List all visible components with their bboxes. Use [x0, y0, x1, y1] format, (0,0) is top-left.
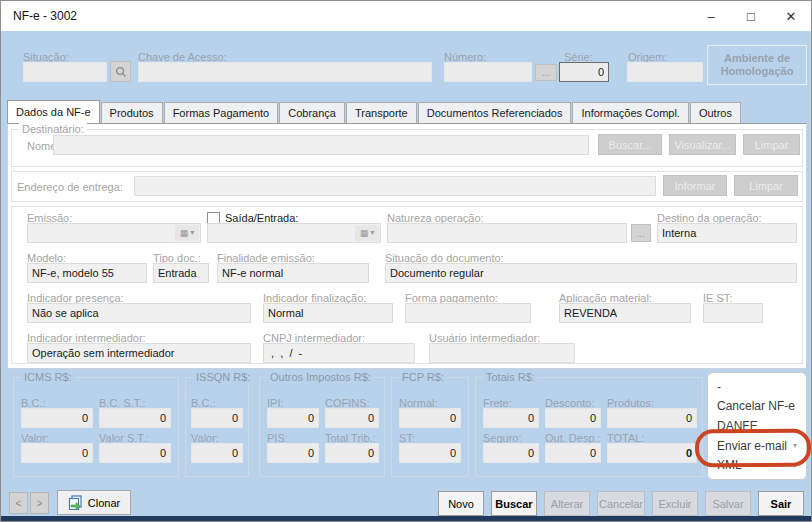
next-record-button[interactable]: >: [30, 492, 49, 514]
buscar-button[interactable]: Buscar: [491, 491, 537, 516]
limpar-endereco-button[interactable]: Limpar: [734, 175, 798, 196]
finalidade-emissao-field[interactable]: NF-e normal: [217, 263, 369, 283]
pis-field[interactable]: 0: [267, 443, 319, 463]
window-title: NF-e - 3002: [13, 1, 77, 31]
action-cancelar-nfe[interactable]: Cancelar NF-e: [708, 397, 806, 417]
clonar-label: Clonar: [88, 497, 120, 509]
clone-pages-icon: [68, 495, 83, 510]
minimize-button[interactable]: –: [691, 1, 731, 31]
destino-operacao-field[interactable]: Interna: [657, 223, 797, 243]
salvar-button[interactable]: Salvar: [705, 491, 751, 516]
natureza-browse-button[interactable]: ...: [631, 224, 651, 242]
chevron-down-icon: ▾: [793, 461, 797, 470]
tab-cobranca[interactable]: Cobrança: [279, 102, 345, 123]
action-danfe[interactable]: DANFE: [708, 416, 806, 436]
close-button[interactable]: ✕: [771, 1, 811, 31]
tab-transporte[interactable]: Transporte: [346, 102, 417, 123]
limpar-destinatario-button[interactable]: Limpar: [743, 134, 800, 155]
situacao-documento-field[interactable]: Documento regular: [385, 263, 797, 283]
icms-bc-field[interactable]: 0: [21, 408, 93, 428]
tab-formas-pagamento[interactable]: Formas Pagamento: [164, 102, 279, 123]
outros-impostos-group-label: Outros Impostos R$:: [267, 371, 374, 383]
fcp-st-field[interactable]: 0: [399, 443, 461, 463]
situacao-field[interactable]: [23, 62, 107, 82]
numero-field[interactable]: [444, 62, 532, 82]
action-enviar-email[interactable]: Enviar e-mail▾: [708, 436, 806, 456]
action-danfe-label: DANFE: [717, 419, 758, 433]
tab-produtos[interactable]: Produtos: [101, 102, 163, 123]
total-trib-field[interactable]: 0: [325, 443, 379, 463]
chevron-down-icon: ▾: [793, 441, 797, 450]
tab-dados-da-nfe[interactable]: Dados da NF-e: [7, 100, 100, 123]
nfe-window: NF-e - 3002 – □ ✕ Situação: Chave de Ace…: [0, 0, 812, 522]
ipi-field[interactable]: 0: [267, 408, 319, 428]
action-xml[interactable]: XML▾: [708, 455, 806, 475]
tabstrip: Dados da NF-e Produtos Formas Pagamento …: [7, 101, 742, 123]
titlebar: NF-e - 3002 – □ ✕: [1, 1, 811, 31]
bottom-accent-bar: [1, 516, 811, 521]
endereco-entrega-label: Endereço de entrega:: [17, 181, 123, 193]
indicador-presenca-field[interactable]: Não se aplica: [27, 303, 251, 323]
modelo-field[interactable]: NF-e, modelo 55: [27, 263, 147, 283]
crud-button-row: Novo Buscar Alterar Cancelar Excluir Sal…: [438, 491, 804, 516]
issqn-group-label: ISSQN R$:: [193, 371, 253, 383]
ie-st-field[interactable]: [703, 303, 763, 323]
issqn-bc-field[interactable]: 0: [191, 408, 243, 428]
seguro-field[interactable]: 0: [483, 443, 539, 463]
action-dash[interactable]: -: [708, 377, 806, 397]
visualizar-button[interactable]: Visualizar...: [669, 134, 736, 155]
out-desp-field[interactable]: 0: [545, 443, 601, 463]
endereco-entrega-field[interactable]: [134, 176, 656, 196]
clonar-button[interactable]: Clonar: [57, 490, 131, 515]
desconto-field[interactable]: 0: [545, 408, 601, 428]
totais-group-label: Totais R$:: [483, 371, 538, 383]
chave-acesso-field[interactable]: [138, 62, 432, 82]
excluir-button[interactable]: Excluir: [652, 491, 698, 516]
calendar-dropdown-icon[interactable]: ▦▾: [175, 225, 199, 241]
situacao-search-button[interactable]: [110, 61, 131, 82]
nome-field[interactable]: [53, 135, 589, 155]
emissao-field[interactable]: 02/03/2011 17:16:10 ▦▾: [27, 223, 201, 243]
tab-outros[interactable]: Outros: [690, 102, 741, 123]
informar-button[interactable]: Informar: [663, 175, 727, 196]
calendar-dropdown-icon[interactable]: ▦▾: [355, 225, 379, 241]
fcp-group-label: FCP R$:: [399, 371, 447, 383]
tab-informacoes-compl[interactable]: Informações Compl.: [572, 102, 688, 123]
action-enviar-email-label: Enviar e-mail: [717, 439, 787, 453]
serie-field[interactable]: 0: [559, 62, 609, 82]
sair-button[interactable]: Sair: [758, 491, 804, 516]
buscar-destinatario-button[interactable]: Buscar...: [598, 134, 662, 155]
document-actions-panel: - Cancelar NF-e DANFE Enviar e-mail▾ XML…: [707, 372, 807, 480]
destinatario-group-label: Destinatário:: [19, 123, 87, 135]
fcp-normal-field[interactable]: 0: [399, 408, 461, 428]
aplicacao-material-field[interactable]: REVENDA: [559, 303, 691, 323]
indicador-finalizacao-field[interactable]: Normal: [263, 303, 393, 323]
produtos-field[interactable]: 0: [607, 408, 697, 428]
origem-field[interactable]: [627, 62, 703, 82]
cnpj-intermediador-field[interactable]: , , / -: [263, 343, 415, 363]
action-xml-label: XML: [717, 458, 742, 472]
alterar-button[interactable]: Alterar: [544, 491, 590, 516]
icms-valor-field[interactable]: 0: [21, 443, 93, 463]
cancelar-button[interactable]: Cancelar: [597, 491, 645, 516]
frete-field[interactable]: 0: [483, 408, 539, 428]
forma-pagamento-field[interactable]: [405, 303, 531, 323]
window-controls: – □ ✕: [691, 1, 811, 31]
tipo-doc-field[interactable]: Entrada: [153, 263, 209, 283]
icms-valorst-field[interactable]: 0: [99, 443, 171, 463]
tab-documentos-referenciados[interactable]: Documentos Referenciados: [418, 102, 572, 123]
issqn-valor-field[interactable]: 0: [191, 443, 243, 463]
ambiente-homologacao-badge: Ambiente de Homologação: [707, 45, 807, 85]
previous-record-button[interactable]: <: [9, 492, 28, 514]
total-field[interactable]: 0: [607, 443, 697, 463]
numero-browse-button[interactable]: ...: [535, 64, 557, 81]
novo-button[interactable]: Novo: [438, 491, 484, 516]
cofins-field[interactable]: 0: [325, 408, 379, 428]
maximize-button[interactable]: □: [731, 1, 771, 31]
icms-bcst-field[interactable]: 0: [99, 408, 171, 428]
saida-entrada-field[interactable]: 02/03/2011 17:17:22 ▦▾: [207, 223, 381, 243]
natureza-operacao-field[interactable]: [387, 223, 627, 243]
indicador-intermediador-field[interactable]: Operação sem intermediador: [27, 343, 251, 363]
action-cancelar-nfe-label: Cancelar NF-e: [717, 399, 795, 413]
usuario-intermediador-field[interactable]: [429, 343, 575, 363]
